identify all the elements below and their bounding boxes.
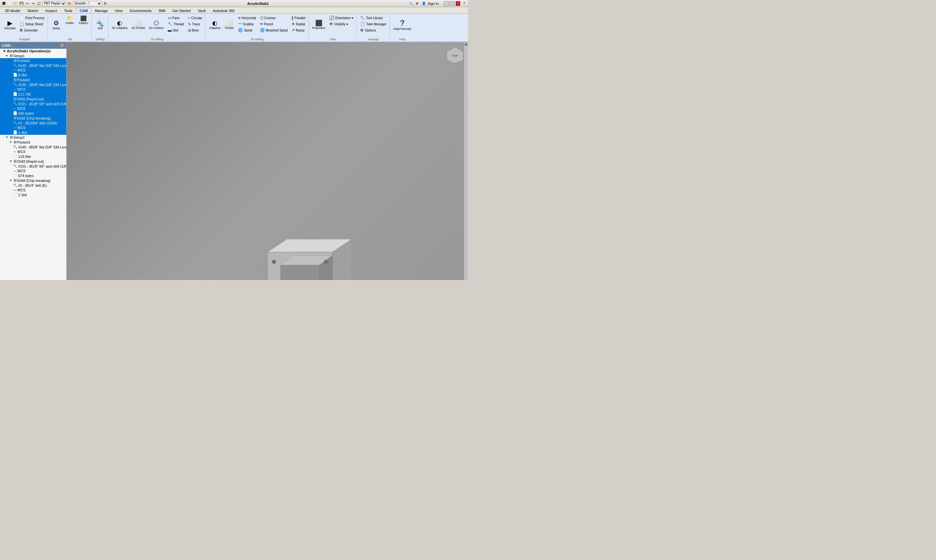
pencil-btn[interactable]: ✏ Pencil [258,21,290,27]
open-icon[interactable]: 📂 [13,1,18,6]
mode-dropdown[interactable]: Smooth - \ [73,1,102,6]
scroll-up-btn[interactable]: ▲ [464,42,468,46]
ribbon-tab-cam[interactable]: CAM [76,8,91,13]
setup-btn[interactable]: ⚙ Setup [50,15,63,34]
tree-item-pocket1-wcs[interactable]: ↔WCS [0,68,66,72]
ribbon-tab-bim[interactable]: BIM [155,8,169,13]
tree-item-drill3-wcs[interactable]: ↔WCS [0,169,66,173]
tree-item-drill3-size[interactable]: 📄674 bytes [0,173,66,178]
visibility-btn[interactable]: 👁 Visibility ▾ [328,21,355,27]
redo-icon[interactable]: ↪ [31,1,36,6]
tree-item-pocket2-tool[interactable]: 🔧#145 - Ø5/8" flat (5/8" EM Long [0,82,66,87]
ribbon-tab-vault[interactable]: Vault [194,8,209,13]
tree-item-drill4[interactable]: ▼⊟Drill4 [Chip breaking] [0,178,66,183]
morphed-spiral-btn[interactable]: 🌀 Morphed Spiral [258,27,290,33]
tree-item-drill4-tool[interactable]: 🔧#2 - Ø1/4" drill (E) [0,183,66,188]
circular-btn[interactable]: ○ Circular [186,15,204,21]
tree-item-pocket3-tool[interactable]: 🔧#145 - Ø5/8" flat (5/8" EM Long [0,145,66,149]
drill-btn[interactable]: 🔩 Drill [94,15,106,34]
ribbon-tab-inspect[interactable]: Inspect [42,8,60,13]
pocket-btn[interactable]: ⬜ Pocket [223,15,236,34]
cam-tree-root[interactable]: ▼ AcrylicSlab1 Operation(s) [0,49,66,53]
contour-3d-btn[interactable]: ⬡ Contour [258,15,290,21]
tool-library-btn[interactable]: 🔧 Tool Library [358,15,388,21]
tree-item-setup1[interactable]: ▼⊟Setup1 [0,53,66,58]
tree-item-pocket3-size[interactable]: 📄119.5kb [0,154,66,159]
scallop-btn[interactable]: 〰 Scallop [236,21,258,27]
ribbon-tab-sketch[interactable]: Sketch [24,8,42,13]
minimize-btn[interactable]: ─ [444,1,449,6]
ramp-btn[interactable]: ↗ Ramp [290,27,307,33]
2d-contour-btn[interactable]: ⬡ 2D Contour [147,15,165,34]
help-icon[interactable]: ? [461,1,467,6]
ribbon-tab-view[interactable]: View [111,8,126,13]
tree-item-drill1[interactable]: ▼⊟Drill1 [Rapid out] [0,97,66,102]
tree-item-pocket3[interactable]: ▼⊟Pocket3 [0,140,66,145]
simulate-btn[interactable]: ▶ Simulate [3,15,17,34]
tree-item-drill1-size[interactable]: 📄666 bytes [0,111,66,115]
tree-item-drill2-wcs[interactable]: ↔WCS [0,125,66,130]
new-icon[interactable]: 📄 [7,1,12,6]
settings-icon[interactable]: ⚙ [415,1,420,6]
folder-btn[interactable]: 📁 Folder [63,15,76,26]
tree-item-pocket1[interactable]: ▼⊟Pocket1 [0,58,66,63]
tree-item-drill1-tool[interactable]: 🔧#101 - Ø1/8" 60° spot drill (1/8" [0,102,66,106]
ribbon-tab-autodesk360[interactable]: Autodesk 360 [209,8,238,13]
user-icon[interactable]: 👤 [421,1,426,6]
tree-item-pocket1-tool[interactable]: 🔧#145 - Ø5/8" flat (5/8" EM Long [0,63,66,68]
tree-item-drill2-tool[interactable]: 🔧#1 - Ø13/64" drill (13/64) [0,120,66,125]
ribbon-tab-manage[interactable]: Manage [91,8,111,13]
material-dropdown[interactable]: PBT Plastic [42,1,66,6]
tree-item-drill4-wcs[interactable]: ↔WCS [0,188,66,192]
post-process-btn[interactable]: 📄 Post Process [18,15,46,21]
radial-btn[interactable]: ✳ Radial [290,21,307,27]
tree-item-drill3[interactable]: ▼⊟Drill3 [Rapid out] [0,159,66,164]
projection-btn[interactable]: ⬛ Projection [311,15,327,34]
face-btn[interactable]: ▭ Face [166,15,185,21]
setup-sheet-btn[interactable]: 📋 Setup Sheet [18,21,46,27]
generate-btn[interactable]: ⚙ Generate [18,27,46,33]
cam-panel-help[interactable]: ? [60,43,64,48]
maximize-btn[interactable]: □ [450,1,454,6]
viewport[interactable]: TOP ▲ ▼ [66,42,468,280]
save-icon[interactable]: 💾 [19,1,24,6]
search-icon[interactable]: 🔍 [408,1,413,6]
slot-btn[interactable]: ▬ Slot [166,27,185,33]
tree-item-pocket2-size[interactable]: 📄111.7kb [0,92,66,97]
adaptive-btn[interactable]: ◐ Adaptive [207,15,222,34]
2d-adaptive-btn[interactable]: ◐ 2D Adaptive [110,15,130,34]
bore-btn[interactable]: ◎ Bore [186,27,204,33]
help-tutorials-btn[interactable]: ? Help/Tutorials [392,15,413,34]
ribbon-tab-tools[interactable]: Tools [60,8,76,13]
ribbon-tab-getstarted[interactable]: Get Started [169,8,194,13]
tree-item-drill2[interactable]: ▼⊟Drill2 [Chip breaking] [0,115,66,120]
sign-in-label[interactable]: Sign In [428,2,439,6]
options-btn[interactable]: ⚙ Options [358,27,388,33]
nav-cube[interactable]: TOP [445,46,465,65]
tree-item-pocket2[interactable]: ▼⊟Pocket2 [0,77,66,82]
orientation-btn[interactable]: 🔄 Orientation ▾ [328,15,355,21]
ribbon-tab-3dmodel[interactable]: 3D Model [1,8,24,13]
color-icon[interactable]: 🎨 [67,1,72,6]
tree-item-drill3-tool[interactable]: 🔧#101 - Ø1/8" 60° spot drill (1/8" [0,164,66,169]
tree-item-drill1-wcs[interactable]: ↔WCS [0,106,66,111]
close-btn[interactable]: ✕ [456,1,460,6]
undo-icon[interactable]: ↩ [25,1,30,6]
horizontal-btn[interactable]: ≡ Horizontal [236,15,258,21]
parallel-btn[interactable]: ∥ Parallel [290,15,307,21]
home-icon[interactable]: 🏠 [36,1,42,6]
tree-item-pocket2-wcs[interactable]: ↔WCS [0,87,66,92]
trace-btn[interactable]: ∿ Trace [186,21,204,27]
task-manager-btn[interactable]: 📋 Task Manager [358,21,388,27]
spiral-btn[interactable]: 🌀 Spiral [236,27,258,33]
tree-item-pocket1-size[interactable]: 📄8.3kb [0,72,66,77]
pattern-btn[interactable]: ⬛ Pattern [77,15,90,26]
tree-item-pocket3-wcs[interactable]: ↔WCS [0,149,66,154]
2d-pocket-btn[interactable]: ⬜ 2D Pocket [130,15,146,34]
tree-item-setup2[interactable]: ▼⊟Setup2 [0,135,66,140]
tree-item-drill4-size[interactable]: 📄2.1kb [0,192,66,197]
tree-item-drill2-size[interactable]: 📄1.4kb [0,130,66,135]
ribbon-group-3dmilling-items: ◐ Adaptive ⬜ Pocket ≡ Horizontal 〰 Scall… [207,15,307,37]
ribbon-tab-environments[interactable]: Environments [126,8,155,13]
thread-btn[interactable]: 🔧 Thread [166,21,185,27]
